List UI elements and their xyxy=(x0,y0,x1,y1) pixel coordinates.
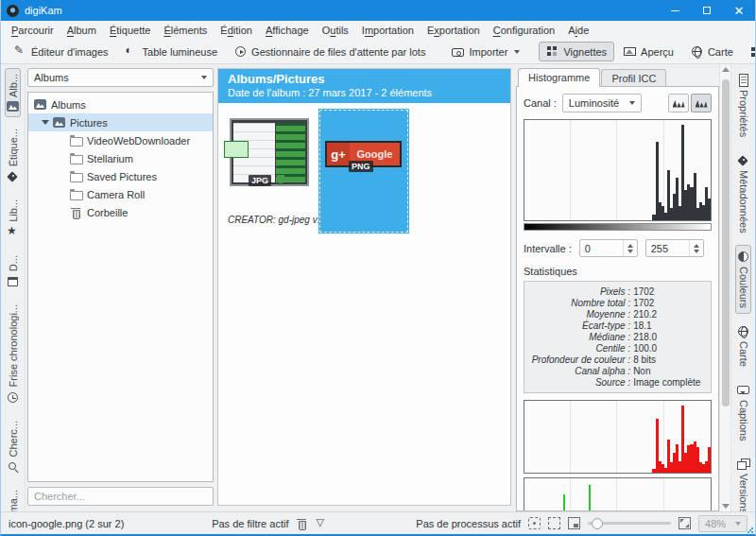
left-tab-dates[interactable]: D... xyxy=(5,250,21,293)
scrollbar-thumb[interactable] xyxy=(722,79,730,406)
histogram-bar xyxy=(708,120,711,220)
linear-scale-button[interactable] xyxy=(668,94,689,112)
interval-label: Intervalle : xyxy=(524,243,572,254)
histogram-bar xyxy=(708,478,711,511)
tree-item-pictures[interactable]: Pictures xyxy=(28,113,213,131)
tree-item-videowebdownloader[interactable]: VideoWebDownloader xyxy=(28,131,213,149)
channel-select[interactable]: Luminosité xyxy=(562,94,642,112)
left-tab-timeline[interactable]: Frise chronologi... xyxy=(5,299,21,408)
menu-item-exportation[interactable]: Exportation xyxy=(421,23,487,38)
green-channel-histogram xyxy=(524,477,712,511)
filter-funnel-icon[interactable] xyxy=(316,517,328,529)
right-tab-strip: Propriétés Métadonnées Couleurs Carte Ca… xyxy=(730,64,755,511)
channel-row: Canal : Luminosité xyxy=(524,94,712,112)
right-tab-label: Versions xyxy=(738,474,749,513)
right-panel-scrollbar[interactable] xyxy=(719,64,730,511)
statistics-box: Pixels :1702 Nombre total :1702 Moyenne … xyxy=(524,281,712,393)
tree-item-saved-pictures[interactable]: Saved Pictures xyxy=(28,167,213,185)
album-title: Albums/Pictures xyxy=(228,72,501,86)
scroll-down-icon[interactable] xyxy=(722,504,730,509)
main-area: Alb... Étique... Lib... D... Frise chron… xyxy=(1,64,755,511)
maximize-button[interactable] xyxy=(691,0,723,21)
thumbnails-view-button[interactable]: Vignettes xyxy=(539,42,614,61)
left-tab-search[interactable]: Cherc... xyxy=(5,415,21,479)
right-tab-captions[interactable]: Captions xyxy=(735,378,751,446)
left-tab-labels[interactable]: Lib... xyxy=(5,194,21,244)
tree-item-trash[interactable]: Corbeille xyxy=(28,203,213,221)
calendar-icon xyxy=(7,275,19,287)
fit-selection-icon[interactable] xyxy=(548,517,560,529)
scroll-up-icon[interactable] xyxy=(722,67,730,72)
interval-min-value: 0 xyxy=(585,243,623,254)
histogram-scale-buttons xyxy=(668,94,712,112)
google-wordmark: Google xyxy=(350,148,400,160)
left-tab-label: Frise chronologi... xyxy=(8,304,19,387)
tree-item-albums[interactable]: Albums xyxy=(28,95,213,113)
menu-item-elements[interactable]: Éléments xyxy=(157,23,214,38)
stat-label: Écart-type : xyxy=(530,320,633,331)
left-tab-albums[interactable]: Alb... xyxy=(5,68,21,117)
interval-max-spinbox[interactable]: 255 xyxy=(645,239,704,257)
right-tab-metadata[interactable]: Métadonnées xyxy=(735,148,751,239)
close-button[interactable]: ✕ xyxy=(723,0,755,21)
logarithmic-scale-button[interactable] xyxy=(691,94,712,112)
tab-profil-icc[interactable]: Profil ICC xyxy=(601,69,666,87)
menu-item-affichage[interactable]: Affichage xyxy=(259,23,316,38)
right-tab-versions[interactable]: Versions xyxy=(735,452,751,519)
import-button[interactable]: Importer xyxy=(444,42,527,61)
menu-item-configuration[interactable]: Configuration xyxy=(487,23,562,38)
menu-item-aide[interactable]: Aide xyxy=(561,23,595,38)
expander-arrow-icon[interactable] xyxy=(42,120,49,125)
light-table-button[interactable]: Table lumineuse xyxy=(118,42,226,61)
right-tab-map[interactable]: Carte xyxy=(735,320,751,372)
digikam-window: digiKam ✕ ParcourirAlbumÉtiquetteÉlément… xyxy=(0,0,756,536)
zoom-level-select[interactable]: 48% xyxy=(698,515,747,532)
menu-item-edition[interactable]: Édition xyxy=(214,23,259,38)
right-tab-colors[interactable]: Couleurs xyxy=(735,245,751,314)
menu-item-outils[interactable]: Outils xyxy=(316,23,355,38)
spin-arrows[interactable] xyxy=(623,240,637,256)
menu-item-etiquette[interactable]: Étiquette xyxy=(103,23,157,38)
zoom-fit-window-icon[interactable] xyxy=(568,517,580,529)
tree-item-camera-roll[interactable]: Camera Roll xyxy=(28,185,213,203)
digikam-logo-icon xyxy=(7,5,19,17)
search-icon xyxy=(7,460,19,473)
spin-arrows[interactable] xyxy=(689,240,703,256)
import-label: Importer xyxy=(469,46,507,58)
filter-status: Pas de filtre actif xyxy=(212,518,288,529)
thumbnail-area: JPG CREATOR: gd-jpeg v1... g+ Google PNG xyxy=(218,103,510,505)
histogram-bar xyxy=(708,401,711,473)
menu-item-importation[interactable]: Importation xyxy=(355,23,421,38)
thumbnail-icon-google-png-selected[interactable]: g+ Google PNG xyxy=(318,109,409,233)
image-editor-button[interactable]: Éditeur d'images xyxy=(7,42,116,61)
stat-label: Moyenne : xyxy=(530,309,633,320)
album-source-select[interactable]: Albums xyxy=(27,68,214,87)
left-tab-tags[interactable]: Étique... xyxy=(5,123,21,188)
tree-item-stellarium[interactable]: Stellarium xyxy=(28,149,213,167)
resize-grip[interactable] xyxy=(746,526,753,533)
selection-status: icon-google.png (2 sur 2) xyxy=(9,518,124,529)
window-controls: ✕ xyxy=(659,0,755,21)
batch-queue-button[interactable]: Gestionnaire de files d'attente par lots xyxy=(227,42,433,61)
titlebar[interactable]: digiKam ✕ xyxy=(1,0,755,21)
chevron-down-icon xyxy=(735,522,741,526)
interval-min-spinbox[interactable]: 0 xyxy=(579,239,638,257)
minimize-button[interactable] xyxy=(659,0,691,21)
map-view-button[interactable]: Carte xyxy=(683,42,741,61)
thumbnail-caption: CREATOR: gd-jpeg v1... xyxy=(228,215,331,225)
trash-icon[interactable] xyxy=(296,517,308,529)
preview-view-button[interactable]: Aperçu xyxy=(616,42,681,61)
zoom-slider[interactable] xyxy=(588,522,671,525)
preview-label: Aperçu xyxy=(641,46,674,58)
zoom-select-icon[interactable] xyxy=(528,517,541,529)
menu-item-parcourir[interactable]: Parcourir xyxy=(5,23,60,38)
album-search-input[interactable] xyxy=(27,487,214,506)
tab-histogramme[interactable]: Histogramme xyxy=(518,68,600,87)
toolbar: Éditeur d'images Table lumineuse Gestion… xyxy=(1,40,755,64)
zoom-fullscreen-icon[interactable] xyxy=(679,517,691,529)
table-view-button[interactable]: Table xyxy=(743,42,756,61)
thumbnail-content xyxy=(224,141,249,158)
menu-item-album[interactable]: Album xyxy=(60,23,103,38)
process-status: Pas de processus actif xyxy=(416,518,521,529)
right-tab-properties[interactable]: Propriétés xyxy=(735,68,751,143)
